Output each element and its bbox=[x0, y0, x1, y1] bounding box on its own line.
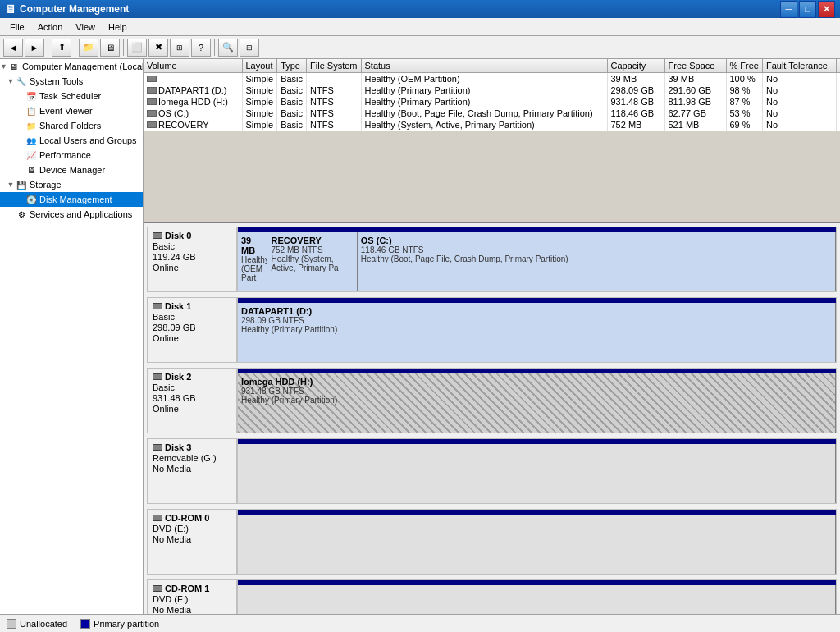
menu-action[interactable]: Action bbox=[31, 21, 70, 34]
maximize-button[interactable]: □ bbox=[799, 1, 816, 18]
disk-bar-area-cdrom0 bbox=[237, 509, 837, 575]
table-cell: Healthy (System, Active, Primary Partiti… bbox=[361, 119, 607, 131]
partition-detail2: Healthy (Boot, Page File, Crash Dump, Pr… bbox=[361, 254, 832, 263]
show-hide-button[interactable]: 📁 bbox=[79, 39, 98, 57]
search-button[interactable]: 🔍 bbox=[218, 39, 238, 57]
tree-item-disk-management[interactable]: 💽Disk Management bbox=[0, 192, 143, 207]
tree-container: ▼🖥Computer Management (Local▼🔧System Too… bbox=[0, 59, 143, 222]
tree-item-system-tools[interactable]: ▼🔧System Tools bbox=[0, 74, 143, 89]
expand-icon[interactable]: ▼ bbox=[0, 62, 7, 71]
col-status[interactable]: Status bbox=[361, 59, 607, 73]
table-row[interactable]: RECOVERYSimpleBasicNTFSHealthy (System, … bbox=[144, 119, 840, 131]
table-cell: Healthy (Primary Partition) bbox=[361, 96, 607, 108]
table-cell: Simple bbox=[242, 96, 277, 108]
partition-name: RECOVERY bbox=[271, 236, 353, 245]
table-cell: No bbox=[762, 85, 836, 96]
disk-name: Disk 0 bbox=[153, 231, 231, 240]
legend-unallocated: Unallocated bbox=[7, 619, 67, 629]
cell-volume: RECOVERY bbox=[144, 119, 242, 131]
tree-item-storage[interactable]: ▼💾Storage bbox=[0, 177, 143, 192]
table-cell: 100 % bbox=[726, 73, 762, 85]
table-cell: 752 MB bbox=[607, 119, 664, 131]
export-button[interactable]: ⊟ bbox=[240, 39, 259, 57]
tree-item-computer-management[interactable]: ▼🖥Computer Management (Local bbox=[0, 59, 143, 74]
back-button[interactable]: ◄ bbox=[3, 39, 23, 57]
col-capacity[interactable]: Capacity bbox=[607, 59, 664, 73]
new-window-button[interactable]: ⬜ bbox=[127, 39, 147, 57]
tree-item-task-scheduler[interactable]: 📅Task Scheduler bbox=[0, 89, 143, 103]
table-row[interactable]: SimpleBasicHealthy (OEM Partition)39 MB3… bbox=[144, 73, 840, 85]
properties-button[interactable]: ⊞ bbox=[170, 39, 189, 57]
tree-item-icon: 📅 bbox=[25, 89, 38, 103]
tree-item-label: Task Scheduler bbox=[39, 91, 101, 101]
disk-partitions-row: Iomega HDD (H:)931.48 GB NTFSHealthy (Pr… bbox=[238, 373, 836, 433]
help-button[interactable]: ? bbox=[191, 39, 211, 57]
left-panel-tree: ▼🖥Computer Management (Local▼🔧System Too… bbox=[0, 59, 144, 614]
partition-detail1: 298.09 GB NTFS bbox=[241, 316, 832, 325]
disk-partitions-row: DATAPART1 (D:)298.09 GB NTFSHealthy (Pri… bbox=[238, 303, 836, 362]
table-cell: No bbox=[762, 96, 836, 108]
title-controls: ─ □ ✕ bbox=[780, 1, 835, 18]
tree-item-event-viewer[interactable]: 📋Event Viewer bbox=[0, 103, 143, 118]
col-type[interactable]: Type bbox=[277, 59, 307, 73]
table-cell: 291.60 GB bbox=[664, 85, 726, 96]
delete-button[interactable]: ✖ bbox=[148, 39, 168, 57]
tree-item-shared-folders[interactable]: 📁Shared Folders bbox=[0, 118, 143, 133]
tree-item-services-applications[interactable]: ⚙Services and Applications bbox=[0, 207, 143, 222]
table-cell: 87 % bbox=[726, 96, 762, 108]
col-freespace[interactable]: Free Space bbox=[664, 59, 726, 73]
col-overhead[interactable]: Overhead bbox=[836, 59, 840, 73]
table-cell: 98 % bbox=[726, 85, 762, 96]
computer-button[interactable]: 🖥 bbox=[100, 39, 120, 57]
expand-icon[interactable]: ▼ bbox=[7, 181, 15, 189]
menu-file[interactable]: File bbox=[3, 21, 31, 34]
col-faulttolerance[interactable]: Fault Tolerance bbox=[762, 59, 836, 73]
col-filesystem[interactable]: File System bbox=[307, 59, 361, 73]
close-button[interactable]: ✕ bbox=[818, 1, 835, 18]
table-cell: 53 % bbox=[726, 108, 762, 119]
disk-bar-area-disk3 bbox=[237, 438, 837, 504]
table-cell: Basic bbox=[277, 119, 307, 131]
col-layout[interactable]: Layout bbox=[242, 59, 277, 73]
tree-item-performance[interactable]: 📈Performance bbox=[0, 148, 143, 163]
disk-entry-cdrom0: CD-ROM 0DVD (E:)No Media bbox=[147, 509, 837, 575]
disk-visual-area[interactable]: Disk 0Basic119.24 GBOnline39 MBHealthy (… bbox=[144, 223, 840, 614]
disk-type: DVD (E:) bbox=[153, 524, 231, 534]
tree-item-icon: 👥 bbox=[25, 134, 38, 147]
menu-help[interactable]: Help bbox=[102, 21, 134, 34]
minimize-button[interactable]: ─ bbox=[780, 1, 797, 18]
up-button[interactable]: ⬆ bbox=[52, 39, 71, 57]
table-row[interactable]: OS (C:)SimpleBasicNTFSHealthy (Boot, Pag… bbox=[144, 108, 840, 119]
table-cell: NTFS bbox=[307, 119, 361, 131]
tree-item-label: Disk Management bbox=[39, 195, 112, 204]
table-cell: Simple bbox=[242, 73, 277, 85]
table-cell: NTFS bbox=[307, 85, 361, 96]
tree-item-label: System Tools bbox=[30, 76, 83, 86]
expand-icon[interactable]: ▼ bbox=[7, 77, 15, 85]
col-pctfree[interactable]: % Free bbox=[726, 59, 762, 73]
table-cell: No bbox=[762, 119, 836, 131]
partition-block[interactable]: Iomega HDD (H:)931.48 GB NTFSHealthy (Pr… bbox=[238, 373, 836, 433]
legend-primary: Primary partition bbox=[80, 619, 159, 629]
partition-block[interactable]: RECOVERY752 MB NTFSHealthy (System, Acti… bbox=[267, 232, 357, 291]
partition-empty bbox=[238, 444, 836, 503]
disk-entry-disk0: Disk 0Basic119.24 GBOnline39 MBHealthy (… bbox=[147, 227, 837, 292]
tree-item-icon: 💾 bbox=[15, 178, 28, 191]
partition-block[interactable]: 39 MBHealthy (OEM Part bbox=[238, 232, 267, 291]
table-cell: 521 MB bbox=[664, 119, 726, 131]
forward-button[interactable]: ► bbox=[25, 39, 44, 57]
disk-entry-cdrom1: CD-ROM 1DVD (F:)No Media bbox=[147, 579, 837, 614]
tree-item-local-users-groups[interactable]: 👥Local Users and Groups bbox=[0, 133, 143, 148]
list-view-container[interactable]: Volume Layout Type File System Status Ca… bbox=[144, 59, 840, 223]
partition-block[interactable]: OS (C:)118.46 GB NTFSHealthy (Boot, Page… bbox=[358, 232, 836, 291]
menu-view[interactable]: View bbox=[69, 21, 102, 34]
partition-block[interactable]: DATAPART1 (D:)298.09 GB NTFSHealthy (Pri… bbox=[238, 303, 836, 362]
table-cell: No bbox=[762, 108, 836, 119]
col-volume[interactable]: Volume bbox=[144, 59, 242, 73]
toolbar: ◄ ► ⬆ 📁 🖥 ⬜ ✖ ⊞ ? 🔍 ⊟ bbox=[0, 36, 840, 59]
table-cell: Basic bbox=[277, 85, 307, 96]
tree-item-device-manager[interactable]: 🖥Device Manager bbox=[0, 163, 143, 177]
menu-bar: File Action View Help bbox=[0, 18, 840, 36]
table-row[interactable]: Iomega HDD (H:)SimpleBasicNTFSHealthy (P… bbox=[144, 96, 840, 108]
table-row[interactable]: DATAPART1 (D:)SimpleBasicNTFSHealthy (Pr… bbox=[144, 85, 840, 96]
